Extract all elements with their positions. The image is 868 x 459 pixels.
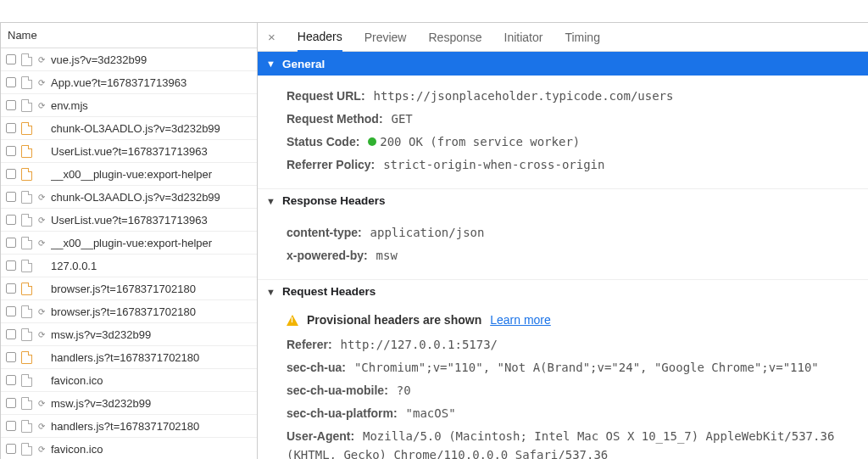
file-icon (21, 374, 32, 387)
close-icon[interactable]: × (268, 30, 275, 44)
checkbox-icon[interactable] (6, 375, 16, 385)
request-name: msw.js?v=3d232b99 (51, 397, 151, 410)
checkbox-icon[interactable] (6, 192, 16, 202)
section-toggle-response-headers[interactable]: ▼ Response Headers (258, 188, 868, 212)
value: Mozilla/5.0 (Macintosh; Intel Mac OS X 1… (287, 429, 834, 459)
request-row[interactable]: ⟳UserList.vue?t=1678371713963 (1, 209, 257, 232)
request-name: chunk-OL3AADLO.js?v=3d232b99 (51, 191, 220, 204)
tab-headers[interactable]: Headers (298, 23, 342, 52)
chevron-down-icon: ▼ (266, 59, 275, 69)
request-name: __x00__plugin-vue:export-helper (51, 168, 212, 181)
redirect-icon: ⟳ (37, 307, 46, 316)
request-row[interactable]: ⟳msw.js?v=3d232b99 (1, 392, 257, 415)
checkbox-icon[interactable] (6, 283, 16, 294)
checkbox-icon[interactable] (6, 54, 16, 64)
request-row[interactable]: ⟳browser.js?t=1678371702180 (1, 300, 257, 323)
checkbox-icon[interactable] (6, 215, 16, 225)
kv-request-url: Request URL: https://jsonplaceholder.typ… (287, 87, 860, 105)
timeline-strip (0, 0, 868, 7)
tab-timing[interactable]: Timing (565, 24, 600, 51)
request-row[interactable]: ⟳UserList.vue?t=1678371713963 (1, 140, 257, 163)
redirect-icon: ⟳ (37, 422, 46, 430)
request-row[interactable]: ⟳favicon.ico (1, 369, 257, 392)
tab-preview[interactable]: Preview (364, 24, 407, 51)
provisional-headers-notice: Provisional headers are shown Learn more (287, 313, 860, 327)
file-icon (21, 145, 32, 158)
file-icon (21, 397, 32, 410)
section-toggle-request-headers[interactable]: ▼ Request Headers (258, 279, 868, 303)
checkbox-icon[interactable] (6, 100, 16, 110)
tab-initiator[interactable]: Initiator (504, 24, 543, 51)
section-response-headers: ▼ Response Headers content-type: applica… (258, 188, 868, 279)
label: User-Agent: (287, 429, 354, 443)
value: strict-origin-when-cross-origin (383, 158, 604, 171)
file-icon (21, 283, 32, 295)
file-icon (21, 191, 32, 204)
label: sec-ch-ua-mobile: (287, 383, 388, 397)
redirect-icon: ⟳ (37, 238, 46, 247)
kv-sec-ch-ua-mobile: sec-ch-ua-mobile: ?0 (287, 381, 860, 400)
file-icon (21, 420, 32, 433)
file-icon (21, 260, 32, 272)
request-name: msw.js?v=3d232b99 (51, 328, 151, 341)
request-row[interactable]: ⟳vue.js?v=3d232b99 (1, 48, 257, 71)
redirect-icon: ⟳ (37, 78, 46, 87)
section-general: ▼ General Request URL: https://jsonplace… (258, 52, 868, 188)
value: 200 OK (from service worker) (368, 135, 580, 148)
label: Request URL: (287, 89, 365, 103)
checkbox-icon[interactable] (6, 238, 16, 248)
request-row[interactable]: ⟳127.0.0.1 (1, 255, 257, 277)
value: GET (391, 112, 412, 126)
name-column-header[interactable]: Name (1, 23, 257, 48)
tab-response[interactable]: Response (428, 24, 481, 51)
request-row[interactable]: ⟳App.vue?t=1678371713963 (1, 71, 257, 94)
checkbox-icon[interactable] (6, 398, 16, 408)
request-row[interactable]: ⟳__x00__plugin-vue:export-helper (1, 232, 257, 255)
section-title: Response Headers (282, 194, 386, 207)
checkbox-icon[interactable] (6, 444, 16, 454)
checkbox-icon[interactable] (6, 169, 16, 179)
learn-more-link[interactable]: Learn more (490, 313, 551, 327)
checkbox-icon[interactable] (6, 421, 16, 431)
redirect-icon: ⟳ (37, 101, 46, 109)
value: https://jsonplaceholder.typicode.com/use… (373, 89, 673, 103)
request-list-panel: Name ⟳vue.js?v=3d232b99⟳App.vue?t=167837… (0, 23, 258, 459)
checkbox-icon[interactable] (6, 260, 16, 271)
label: Status Code: (287, 135, 359, 148)
request-name: UserList.vue?t=1678371713963 (51, 214, 208, 227)
value: "Chromium";v="110", "Not A(Brand";v="24"… (354, 361, 819, 374)
request-row[interactable]: ⟳chunk-OL3AADLO.js?v=3d232b99 (1, 186, 257, 209)
kv-content-type: content-type: application/json (287, 223, 860, 242)
request-row[interactable]: ⟳msw.js?v=3d232b99 (1, 323, 257, 346)
checkbox-icon[interactable] (6, 146, 16, 156)
file-icon (21, 237, 32, 249)
request-row[interactable]: ⟳favicon.ico (1, 438, 257, 459)
checkbox-icon[interactable] (6, 306, 16, 316)
checkbox-icon[interactable] (6, 123, 16, 133)
request-row[interactable]: ⟳env.mjs (1, 94, 257, 117)
label: Request Method: (287, 112, 383, 126)
label: Referrer Policy: (287, 158, 375, 171)
request-row[interactable]: ⟳__x00__plugin-vue:export-helper (1, 163, 257, 186)
kv-referrer-policy: Referrer Policy: strict-origin-when-cros… (287, 155, 860, 174)
kv-user-agent: User-Agent: Mozilla/5.0 (Macintosh; Inte… (287, 427, 860, 459)
request-name: App.vue?t=1678371713963 (51, 76, 186, 89)
section-toggle-general[interactable]: ▼ General (258, 52, 868, 76)
request-row[interactable]: ⟳chunk-OL3AADLO.js?v=3d232b99 (1, 117, 257, 140)
checkbox-icon[interactable] (6, 77, 16, 87)
request-row[interactable]: ⟳handlers.js?t=1678371702180 (1, 415, 257, 438)
kv-sec-ch-ua-platform: sec-ch-ua-platform: "macOS" (287, 404, 860, 423)
label: sec-ch-ua: (287, 361, 346, 374)
redirect-icon: ⟳ (37, 445, 46, 453)
file-icon (21, 305, 32, 318)
request-row[interactable]: ⟳browser.js?t=1678371702180 (1, 277, 257, 300)
redirect-icon: ⟳ (37, 330, 46, 339)
request-name: browser.js?t=1678371702180 (51, 305, 196, 318)
checkbox-icon[interactable] (6, 352, 16, 362)
label: sec-ch-ua-platform: (287, 406, 398, 420)
request-name: vue.js?v=3d232b99 (51, 53, 147, 66)
request-row[interactable]: ⟳handlers.js?t=1678371702180 (1, 346, 257, 369)
checkbox-icon[interactable] (6, 329, 16, 339)
kv-status-code: Status Code: 200 OK (from service worker… (287, 132, 860, 151)
detail-tabs: × Headers Preview Response Initiator Tim… (258, 23, 868, 52)
